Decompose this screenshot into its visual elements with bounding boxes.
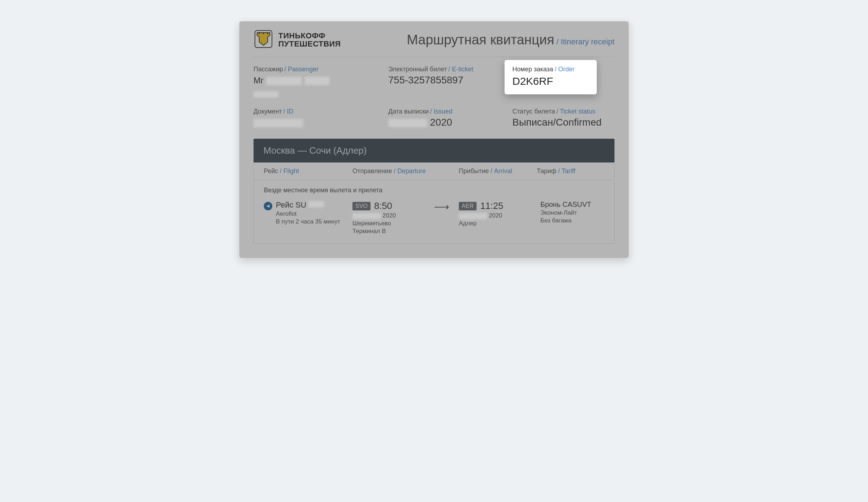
redacted-name-1 bbox=[266, 77, 302, 85]
flight-table-body: Везде местное время вылета и прилета Рей… bbox=[254, 180, 614, 244]
departure-airport: Шереметьево bbox=[352, 220, 434, 227]
title-ru: Маршрутная квитанция bbox=[407, 32, 554, 48]
flight-duration: В пути 2 часа 35 минут bbox=[276, 218, 340, 225]
departure-col: SVO 8:50 2020 Шереметьево Терминал B bbox=[352, 200, 434, 235]
flight-row: Рейс SU Aeroflot В пути 2 часа 35 минут … bbox=[264, 200, 604, 235]
status-value: Выписан/Confirmed bbox=[512, 117, 614, 128]
departure-date: 2020 bbox=[352, 212, 434, 219]
svg-point-1 bbox=[258, 33, 260, 34]
airline-icon bbox=[264, 202, 272, 210]
airline-name: Aeroflot bbox=[276, 210, 340, 217]
fare-class: Эконом-Лайт bbox=[540, 209, 604, 216]
departure-terminal: Терминал B bbox=[352, 228, 434, 235]
issued-value: 2020 bbox=[388, 117, 512, 128]
booking-code: Бронь CASUVT bbox=[540, 200, 604, 209]
receipt-header: ТИНЬКОФФ ПУТЕШЕСТВИЯ Маршрутная квитанци… bbox=[254, 29, 614, 57]
redacted-flight-number bbox=[308, 201, 324, 208]
brand-line2: ПУТЕШЕСТВИЯ bbox=[278, 40, 341, 48]
flight-col: Рейс SU Aeroflot В пути 2 часа 35 минут bbox=[264, 200, 352, 225]
issued-cell: Дата выпискиIssued 2020 bbox=[388, 108, 512, 128]
document-cell: ДокументID bbox=[254, 108, 388, 128]
eticket-value: 755-3257855897 bbox=[388, 75, 512, 86]
local-time-note: Везде местное время вылета и прилета bbox=[264, 187, 604, 194]
passenger-value: Mr bbox=[254, 75, 388, 99]
passenger-cell: ПассажирPassenger Mr bbox=[254, 66, 388, 99]
baggage: Без багажа bbox=[540, 217, 604, 224]
brand-text: ТИНЬКОФФ ПУТЕШЕСТВИЯ bbox=[278, 32, 341, 48]
flight-number: Рейс SU bbox=[276, 200, 340, 210]
arrival-code: AER bbox=[459, 202, 477, 210]
brand-line1: ТИНЬКОФФ bbox=[278, 32, 341, 40]
order-highlight-value: D2K6RF bbox=[512, 75, 589, 87]
svg-point-2 bbox=[263, 33, 264, 34]
arrow-icon: ⟶ bbox=[434, 200, 459, 213]
departure-time: 8:50 bbox=[374, 200, 392, 211]
arrival-airport: Адлер bbox=[459, 220, 540, 227]
departure-code: SVO bbox=[352, 202, 371, 210]
brand-block: ТИНЬКОФФ ПУТЕШЕСТВИЯ bbox=[254, 29, 341, 50]
redacted-dep-date bbox=[352, 213, 381, 219]
arrival-col: AER 11:25 2020 Адлер bbox=[459, 200, 540, 227]
flight-table-head: РейсFlight ОтправлениеDeparture Прибытие… bbox=[254, 162, 614, 180]
brand-crest-icon bbox=[254, 29, 273, 50]
itinerary-receipt: ТИНЬКОФФ ПУТЕШЕСТВИЯ Маршрутная квитанци… bbox=[239, 21, 629, 258]
status-cell: Статус билетаTicket status Выписан/Confi… bbox=[512, 108, 614, 128]
tariff-col: Бронь CASUVT Эконом-Лайт Без багажа bbox=[540, 200, 604, 224]
redacted-name-2 bbox=[305, 77, 329, 85]
svg-point-3 bbox=[267, 33, 268, 34]
redacted-arr-date bbox=[459, 213, 487, 219]
order-highlight: Номер заказа / Order D2K6RF bbox=[505, 60, 597, 94]
arrival-time: 11:25 bbox=[480, 200, 503, 211]
eticket-cell: Электронный билетE-ticket 755-3257855897 bbox=[388, 66, 512, 99]
receipt-stage: ТИНЬКОФФ ПУТЕШЕСТВИЯ Маршрутная квитанци… bbox=[175, 14, 693, 258]
route-title-bar: Москва — Сочи (Адлер) bbox=[254, 139, 614, 162]
redacted-issued-date bbox=[388, 119, 427, 127]
redacted-document bbox=[254, 119, 303, 127]
title-en: / Itinerary receipt bbox=[556, 37, 614, 46]
redacted-name-3 bbox=[254, 91, 278, 98]
arrival-date: 2020 bbox=[459, 212, 540, 219]
page-title: Маршрутная квитанция / Itinerary receipt bbox=[407, 32, 614, 48]
